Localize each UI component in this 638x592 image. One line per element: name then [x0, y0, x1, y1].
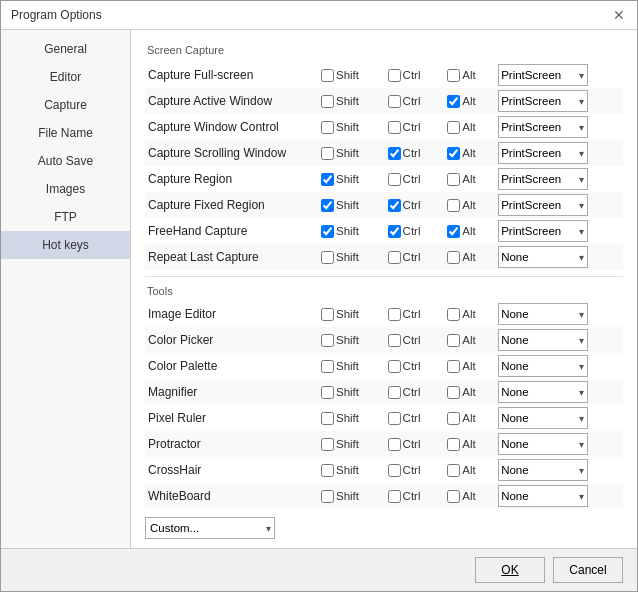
key-cell: NonePrintScreenF1F2F3F4F5F6F7F8F9F10F11F… [495, 218, 623, 244]
alt-cell: Alt [441, 431, 495, 457]
shift-checkbox[interactable] [321, 412, 334, 425]
ctrl-checkbox[interactable] [388, 464, 401, 477]
alt-checkbox[interactable] [447, 360, 460, 373]
sidebar-item-images[interactable]: Images [1, 175, 130, 203]
ctrl-checkbox[interactable] [388, 199, 401, 212]
sidebar-item-editor[interactable]: Editor [1, 63, 130, 91]
sidebar-item-capture[interactable]: Capture [1, 91, 130, 119]
key-select[interactable]: NonePrintScreenF1F2F3F4F5F6F7F8F9F10F11F… [498, 355, 588, 377]
key-select[interactable]: NonePrintScreenF1F2F3F4F5F6F7F8F9F10F11F… [498, 303, 588, 325]
shift-checkbox[interactable] [321, 147, 334, 160]
ctrl-checkbox[interactable] [388, 334, 401, 347]
shift-checkbox[interactable] [321, 464, 334, 477]
ctrl-checkbox[interactable] [388, 121, 401, 134]
alt-checkbox[interactable] [447, 251, 460, 264]
alt-checkbox[interactable] [447, 121, 460, 134]
shift-checkbox[interactable] [321, 386, 334, 399]
key-select[interactable]: NonePrintScreenF1F2F3F4F5F6F7F8F9F10F11F… [498, 220, 588, 242]
screen-capture-header: Screen Capture [145, 44, 623, 56]
ctrl-checkbox[interactable] [388, 386, 401, 399]
sidebar-item-general[interactable]: General [1, 35, 130, 63]
key-select[interactable]: NonePrintScreenF1F2F3F4F5F6F7F8F9F10F11F… [498, 64, 588, 86]
sidebar-item-ftp[interactable]: FTP [1, 203, 130, 231]
alt-checkbox[interactable] [447, 95, 460, 108]
shift-label: Shift [336, 438, 359, 450]
shift-cell: Shift [315, 244, 382, 270]
ctrl-checkbox[interactable] [388, 225, 401, 238]
cancel-button[interactable]: Cancel [553, 557, 623, 583]
key-cell: NonePrintScreenF1F2F3F4F5F6F7F8F9F10F11F… [495, 405, 623, 431]
shift-checkbox[interactable] [321, 121, 334, 134]
table-row: Capture RegionShiftCtrlAltNonePrintScree… [145, 166, 623, 192]
row-label: Capture Active Window [145, 88, 315, 114]
shift-checkbox[interactable] [321, 490, 334, 503]
alt-checkbox[interactable] [447, 147, 460, 160]
ctrl-checkbox[interactable] [388, 490, 401, 503]
table-row: Capture Active WindowShiftCtrlAltNonePri… [145, 88, 623, 114]
ctrl-checkbox[interactable] [388, 69, 401, 82]
alt-checkbox[interactable] [447, 412, 460, 425]
ctrl-cell: Ctrl [382, 301, 442, 327]
shift-checkbox[interactable] [321, 308, 334, 321]
sidebar-item-file-name[interactable]: File Name [1, 119, 130, 147]
key-select[interactable]: NonePrintScreenF1F2F3F4F5F6F7F8F9F10F11F… [498, 459, 588, 481]
alt-checkbox[interactable] [447, 69, 460, 82]
alt-checkbox[interactable] [447, 438, 460, 451]
alt-checkbox[interactable] [447, 464, 460, 477]
alt-checkbox[interactable] [447, 308, 460, 321]
custom-select[interactable]: Custom... [145, 517, 275, 539]
alt-checkbox[interactable] [447, 199, 460, 212]
alt-label: Alt [462, 386, 475, 398]
shift-label: Shift [336, 464, 359, 476]
alt-label: Alt [462, 225, 475, 237]
alt-checkbox[interactable] [447, 173, 460, 186]
key-select[interactable]: NonePrintScreenF1F2F3F4F5F6F7F8F9F10F11F… [498, 194, 588, 216]
table-row: Capture Window ControlShiftCtrlAltNonePr… [145, 114, 623, 140]
sidebar-item-auto-save[interactable]: Auto Save [1, 147, 130, 175]
key-select[interactable]: NonePrintScreenF1F2F3F4F5F6F7F8F9F10F11F… [498, 381, 588, 403]
alt-checkbox[interactable] [447, 490, 460, 503]
ctrl-checkbox[interactable] [388, 95, 401, 108]
key-select[interactable]: NonePrintScreenF1F2F3F4F5F6F7F8F9F10F11F… [498, 407, 588, 429]
key-select[interactable]: NonePrintScreenF1F2F3F4F5F6F7F8F9F10F11F… [498, 246, 588, 268]
ok-button[interactable]: OK [475, 557, 545, 583]
ctrl-checkbox[interactable] [388, 173, 401, 186]
shift-checkbox[interactable] [321, 251, 334, 264]
ctrl-checkbox[interactable] [388, 412, 401, 425]
ctrl-checkbox[interactable] [388, 251, 401, 264]
shift-checkbox[interactable] [321, 360, 334, 373]
shift-checkbox[interactable] [321, 225, 334, 238]
row-label: Capture Region [145, 166, 315, 192]
key-select[interactable]: NonePrintScreenF1F2F3F4F5F6F7F8F9F10F11F… [498, 116, 588, 138]
alt-checkbox[interactable] [447, 225, 460, 238]
key-select[interactable]: NonePrintScreenF1F2F3F4F5F6F7F8F9F10F11F… [498, 329, 588, 351]
shift-label: Shift [336, 334, 359, 346]
ctrl-checkbox[interactable] [388, 438, 401, 451]
shift-checkbox[interactable] [321, 173, 334, 186]
key-select[interactable]: NonePrintScreenF1F2F3F4F5F6F7F8F9F10F11F… [498, 90, 588, 112]
key-select[interactable]: NonePrintScreenF1F2F3F4F5F6F7F8F9F10F11F… [498, 142, 588, 164]
alt-label: Alt [462, 251, 475, 263]
alt-label: Alt [462, 173, 475, 185]
key-select[interactable]: NonePrintScreenF1F2F3F4F5F6F7F8F9F10F11F… [498, 485, 588, 507]
shift-checkbox[interactable] [321, 199, 334, 212]
close-button[interactable]: ✕ [611, 7, 627, 23]
tools-table: Image EditorShiftCtrlAltNonePrintScreenF… [145, 301, 623, 509]
ctrl-checkbox[interactable] [388, 308, 401, 321]
shift-checkbox[interactable] [321, 69, 334, 82]
ctrl-checkbox[interactable] [388, 360, 401, 373]
shift-checkbox[interactable] [321, 95, 334, 108]
alt-checkbox[interactable] [447, 334, 460, 347]
key-select[interactable]: NonePrintScreenF1F2F3F4F5F6F7F8F9F10F11F… [498, 168, 588, 190]
shift-checkbox[interactable] [321, 334, 334, 347]
alt-checkbox[interactable] [447, 386, 460, 399]
ctrl-label: Ctrl [403, 308, 421, 320]
row-label: Pixel Ruler [145, 405, 315, 431]
dialog-footer: OK Cancel [1, 548, 637, 591]
key-cell: NonePrintScreenF1F2F3F4F5F6F7F8F9F10F11F… [495, 166, 623, 192]
sidebar-item-hot-keys[interactable]: Hot keys [1, 231, 130, 259]
key-cell: NonePrintScreenF1F2F3F4F5F6F7F8F9F10F11F… [495, 483, 623, 509]
ctrl-checkbox[interactable] [388, 147, 401, 160]
shift-checkbox[interactable] [321, 438, 334, 451]
key-select[interactable]: NonePrintScreenF1F2F3F4F5F6F7F8F9F10F11F… [498, 433, 588, 455]
